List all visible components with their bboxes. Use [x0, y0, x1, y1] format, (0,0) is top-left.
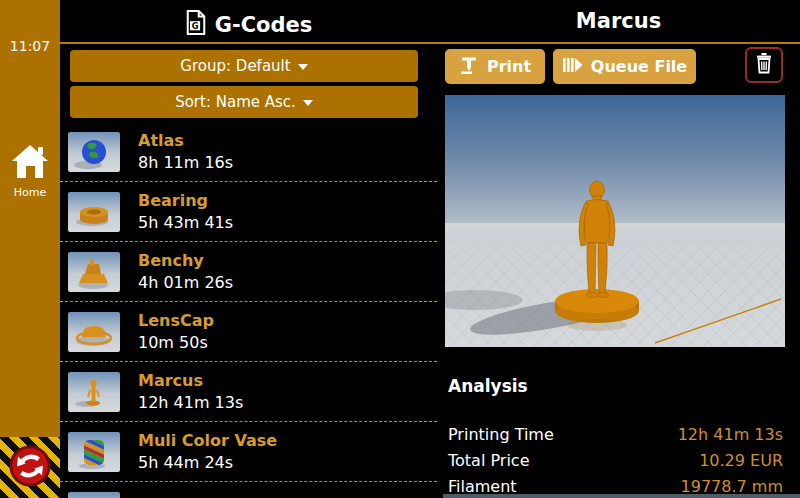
home-icon — [0, 142, 60, 180]
bottom-divider-bar — [443, 494, 800, 498]
analysis-section-title: Analysis — [448, 376, 528, 396]
sidebar-item-home[interactable]: Home — [0, 142, 60, 199]
file-row-bearing[interactable]: Bearing 5h 43m 41s — [60, 182, 437, 242]
file-thumbnail — [68, 492, 120, 498]
sort-dropdown-label: Sort: Name Asc. — [175, 93, 296, 111]
file-row-marcus[interactable]: Marcus 12h 41m 13s — [60, 362, 437, 422]
analysis-value: 12h 41m 13s — [678, 425, 783, 444]
queue-file-button-label: Queue File — [591, 57, 687, 76]
analysis-label: Printing Time — [448, 425, 554, 444]
emergency-stop-icon — [7, 443, 53, 493]
file-name: Muli Color Vase — [138, 431, 277, 450]
file-name: Benchy — [138, 251, 233, 270]
action-sidebar: 11:07 Home — [0, 0, 60, 498]
file-print-time: 5h 43m 41s — [138, 213, 233, 232]
caret-down-icon — [298, 64, 308, 70]
file-row-planetary-gear[interactable]: Planetary Gear — [60, 482, 437, 498]
analysis-row-total-price: Total Price 10.29 EUR — [448, 451, 783, 470]
file-print-time: 12h 41m 13s — [138, 393, 243, 412]
file-print-time: 8h 11m 16s — [138, 153, 233, 172]
file-thumbnail — [68, 252, 120, 292]
group-dropdown[interactable]: Group: Default — [70, 50, 418, 82]
file-thumbnail — [68, 192, 120, 232]
file-thumbnail — [68, 372, 120, 412]
file-name: Marcus — [138, 371, 243, 390]
selected-file-title: Marcus — [437, 9, 800, 33]
queue-icon — [562, 56, 583, 78]
page-title: G-Codes — [215, 13, 313, 37]
file-name: LensCap — [138, 311, 214, 330]
gcode-file-icon: G — [185, 9, 207, 41]
analysis-value: 10.29 EUR — [699, 451, 783, 470]
panel-title-gcodes: G G-Codes — [60, 9, 437, 41]
gcode-preview-image — [445, 95, 785, 347]
file-row-atlas[interactable]: Atlas 8h 11m 16s — [60, 122, 437, 182]
print-button-label: Print — [487, 57, 531, 76]
file-row-vase[interactable]: Muli Color Vase 5h 44m 24s — [60, 422, 437, 482]
delete-file-button[interactable] — [745, 47, 783, 83]
file-print-time: 4h 01m 26s — [138, 273, 233, 292]
file-name: Bearing — [138, 191, 233, 210]
group-dropdown-label: Group: Default — [180, 57, 290, 75]
emergency-stop-button[interactable] — [0, 437, 60, 498]
sidebar-item-home-label: Home — [0, 186, 60, 199]
analysis-label: Total Price — [448, 451, 529, 470]
analysis-row-printing-time: Printing Time 12h 41m 13s — [448, 425, 783, 444]
file-list: Atlas 8h 11m 16s Bearing 5h 4 — [60, 122, 437, 498]
file-name: Atlas — [138, 131, 233, 150]
file-print-time: 5h 44m 24s — [138, 453, 277, 472]
queue-file-button[interactable]: Queue File — [553, 49, 696, 84]
extruder-icon — [459, 55, 479, 79]
file-thumbnail — [68, 312, 120, 352]
file-print-time: 10m 50s — [138, 333, 214, 352]
caret-down-icon — [303, 100, 313, 106]
screen-root: 11:07 Home — [0, 0, 800, 498]
file-thumbnail — [68, 432, 120, 472]
svg-text:G: G — [191, 21, 198, 31]
file-row-benchy[interactable]: Benchy 4h 01m 26s — [60, 242, 437, 302]
trash-icon — [754, 52, 774, 78]
sort-dropdown[interactable]: Sort: Name Asc. — [70, 86, 418, 118]
print-button[interactable]: Print — [445, 49, 545, 84]
status-clock: 11:07 — [0, 38, 60, 54]
file-row-lenscap[interactable]: LensCap 10m 50s — [60, 302, 437, 362]
header-bar: G G-Codes Marcus — [60, 0, 800, 44]
file-thumbnail — [68, 132, 120, 172]
